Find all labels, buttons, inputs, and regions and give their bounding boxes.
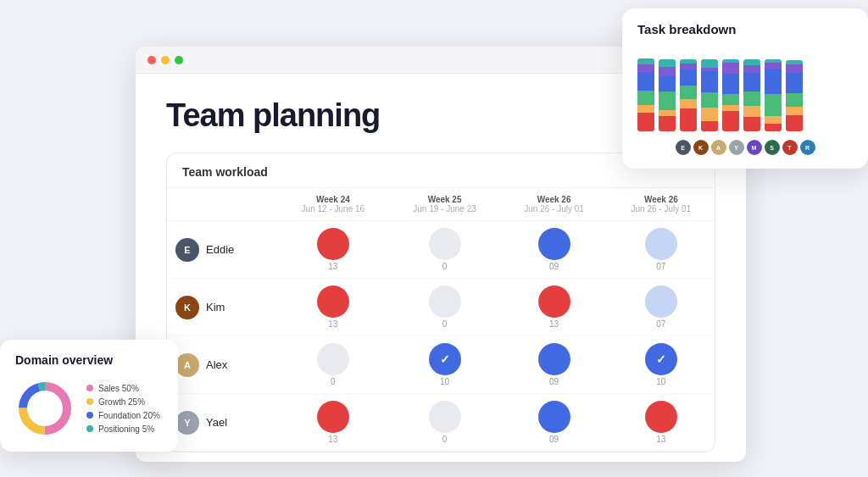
task-circle [429, 343, 461, 375]
stacked-bar [680, 59, 697, 131]
breakdown-avatar: R [800, 140, 815, 155]
person-cell: E Eddie [167, 221, 277, 279]
task-count: 13 [286, 435, 381, 444]
bar-segment-green [765, 94, 782, 116]
task-cell: 10 [608, 336, 715, 394]
legend-item: Sales 50% [86, 384, 160, 393]
task-cell: 0 [389, 394, 501, 452]
table-row: K Kim 1301307 [167, 279, 715, 336]
avatar: Y [175, 411, 199, 435]
breakdown-title: Task breakdown [637, 22, 853, 36]
bar-segment-orange [743, 106, 760, 117]
bar-segment-green [637, 91, 654, 105]
bar-column [701, 59, 718, 131]
person-cell: Y Yael [167, 394, 277, 452]
task-cell: 13 [277, 394, 389, 452]
stacked-bar [743, 59, 760, 131]
bar-segment-purple [743, 65, 760, 73]
breakdown-avatars: EKAYMSTR [637, 140, 853, 155]
maximize-dot[interactable] [175, 56, 183, 64]
task-count: 13 [286, 319, 381, 329]
bar-segment-blue [701, 71, 718, 92]
task-cell: 13 [277, 221, 389, 279]
workload-table: Week 24 Jun 12 - June 16 Week 25 Jun 19 … [167, 188, 715, 452]
bar-segment-purple [680, 64, 697, 69]
legend-item: Growth 25% [86, 397, 160, 407]
legend-label: Sales 50% [98, 384, 139, 393]
bar-segment-green [786, 93, 803, 107]
table-row: E Eddie 1300907 [167, 221, 715, 279]
task-count: 0 [286, 377, 381, 386]
close-dot[interactable] [147, 56, 156, 64]
task-cell: 09 [500, 394, 607, 452]
bar-segment-red [786, 115, 803, 131]
breakdown-avatar: S [765, 140, 780, 155]
stacked-bar [637, 58, 654, 131]
col-header-name [167, 188, 277, 221]
bar-segment-blue [637, 72, 654, 91]
legend-dot [86, 398, 93, 405]
domain-inner: Sales 50% Growth 25% Foundation 20% Posi… [15, 379, 163, 438]
legend-label: Positioning 5% [98, 424, 154, 434]
task-circle [317, 401, 349, 433]
breakdown-chart [637, 47, 853, 131]
bar-column [743, 59, 760, 131]
legend-item: Foundation 20% [86, 411, 160, 420]
task-circle [429, 401, 461, 433]
col-header-w26b: Week 26 Jun 26 - July 01 [608, 188, 715, 221]
bar-segment-orange [722, 105, 739, 111]
breakdown-avatar: K [693, 140, 709, 155]
task-cell: 0 [389, 279, 501, 336]
legend-item: Positioning 5% [86, 424, 160, 434]
breakdown-avatar: A [711, 140, 726, 155]
person-name: Alex [206, 358, 227, 371]
bar-segment-green [680, 86, 697, 99]
task-circle [317, 228, 349, 260]
task-breakdown-card: Task breakdown EKAYMSTR [622, 8, 868, 169]
bar-segment-orange [680, 99, 697, 108]
legend-label: Foundation 20% [98, 411, 160, 420]
task-circle [429, 286, 461, 318]
person-name: Yael [206, 416, 227, 429]
minimize-dot[interactable] [161, 56, 170, 64]
task-cell: 09 [500, 336, 607, 394]
task-count: 13 [286, 262, 381, 271]
bar-segment-blue [743, 73, 760, 92]
person-cell: K Kim [167, 279, 277, 336]
stacked-bar [659, 59, 676, 131]
bar-segment-green [701, 92, 718, 108]
bar-segment-orange [786, 107, 803, 115]
bar-segment-purple [637, 64, 654, 72]
person-name: Eddie [206, 243, 234, 256]
bar-segment-blue [786, 73, 803, 93]
bar-segment-blue [680, 69, 697, 86]
bar-column [786, 60, 803, 131]
task-count: 10 [398, 377, 492, 386]
bar-column [680, 59, 697, 131]
task-circle [538, 286, 570, 318]
bar-segment-green [743, 92, 760, 106]
task-count: 07 [616, 319, 706, 329]
task-cell: 13 [500, 279, 607, 336]
bar-segment-orange [659, 110, 676, 116]
col-header-w25: Week 25 Jun 19 - June 23 [389, 188, 501, 221]
breakdown-avatar: T [782, 140, 798, 155]
task-count: 09 [509, 377, 598, 386]
bar-segment-purple [786, 64, 803, 73]
task-circle [538, 401, 570, 433]
task-circle [645, 343, 677, 375]
bar-column [659, 59, 676, 131]
bar-segment-orange [701, 108, 718, 121]
bar-segment-red [722, 111, 739, 131]
task-circle [538, 343, 570, 375]
bar-segment-orange [637, 105, 654, 113]
table-header-row: Week 24 Jun 12 - June 16 Week 25 Jun 19 … [167, 188, 715, 221]
task-circle [317, 286, 349, 318]
avatar: K [175, 296, 199, 319]
table-row: Y Yael 1300913 [167, 394, 715, 452]
domain-overview-card: Domain overview Sales 50% Growth 25% Fou… [0, 340, 178, 452]
bar-segment-teal [637, 58, 654, 64]
avatar: A [175, 353, 199, 377]
task-count: 09 [509, 435, 598, 444]
task-count: 10 [616, 377, 706, 386]
